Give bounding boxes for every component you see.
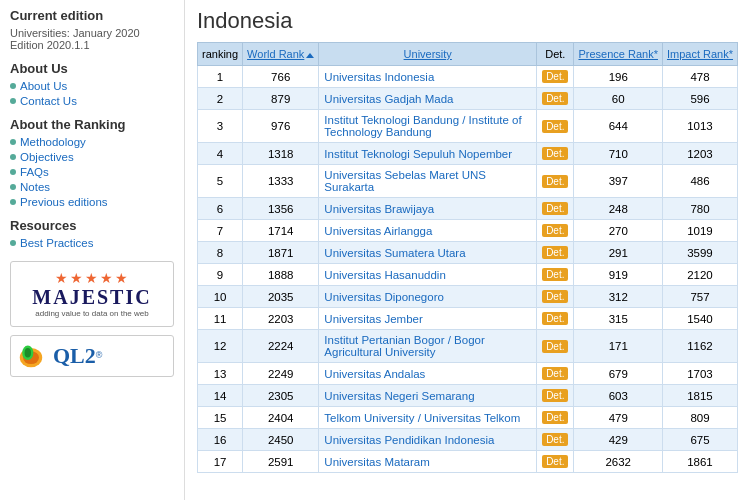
cell-rank: 4 [198, 143, 243, 165]
cell-det[interactable]: Det. [537, 242, 574, 264]
det-button[interactable]: Det. [542, 312, 568, 325]
university-link[interactable]: Universitas Diponegoro [324, 291, 444, 303]
university-link[interactable]: Universitas Hasanuddin [324, 269, 445, 281]
cell-det[interactable]: Det. [537, 143, 574, 165]
sidebar-link[interactable]: About Us [20, 80, 67, 92]
det-button[interactable]: Det. [542, 340, 568, 353]
sidebar-link[interactable]: Previous editions [20, 196, 108, 208]
col-impact[interactable]: Impact Rank* [662, 43, 737, 66]
cell-impact: 1861 [662, 451, 737, 473]
bullet-icon [10, 184, 16, 190]
sidebar-link[interactable]: Notes [20, 181, 50, 193]
resources-links: Best Practices [10, 237, 174, 249]
det-button[interactable]: Det. [542, 175, 568, 188]
university-link[interactable]: Institut Pertanian Bogor / Bogor Agricul… [324, 334, 484, 358]
cell-impact: 1203 [662, 143, 737, 165]
rankings-table: ranking World Rank University Det. Prese… [197, 42, 738, 473]
sidebar-link[interactable]: Objectives [20, 151, 74, 163]
table-row: 3 976 Institut Teknologi Bandung / Insti… [198, 110, 738, 143]
col-det: Det. [537, 43, 574, 66]
table-row: 13 2249 Universitas Andalas Det. 679 170… [198, 363, 738, 385]
table-row: 17 2591 Universitas Mataram Det. 2632 18… [198, 451, 738, 473]
det-button[interactable]: Det. [542, 411, 568, 424]
cell-det[interactable]: Det. [537, 66, 574, 88]
det-button[interactable]: Det. [542, 70, 568, 83]
university-link[interactable]: Universitas Brawijaya [324, 203, 434, 215]
det-button[interactable]: Det. [542, 147, 568, 160]
university-link[interactable]: Universitas Gadjah Mada [324, 93, 453, 105]
sidebar-link[interactable]: Best Practices [20, 237, 94, 249]
sidebar-link[interactable]: Contact Us [20, 95, 77, 107]
col-presence[interactable]: Presence Rank* [574, 43, 663, 66]
cell-det[interactable]: Det. [537, 407, 574, 429]
det-button[interactable]: Det. [542, 268, 568, 281]
cell-university-name: Universitas Mataram [319, 451, 537, 473]
sidebar-link-item: Contact Us [10, 95, 174, 107]
det-button[interactable]: Det. [542, 290, 568, 303]
cell-rank: 3 [198, 110, 243, 143]
det-button[interactable]: Det. [542, 433, 568, 446]
cell-rank: 7 [198, 220, 243, 242]
cell-det[interactable]: Det. [537, 88, 574, 110]
university-link[interactable]: Universitas Indonesia [324, 71, 434, 83]
majestic-sub: adding value to data on the web [35, 309, 148, 318]
cell-det[interactable]: Det. [537, 363, 574, 385]
university-link[interactable]: Universitas Negeri Semarang [324, 390, 474, 402]
cell-rank: 2 [198, 88, 243, 110]
cell-impact: 3599 [662, 242, 737, 264]
university-link[interactable]: Universitas Sumatera Utara [324, 247, 465, 259]
sidebar-link-item: Best Practices [10, 237, 174, 249]
university-link[interactable]: Universitas Pendidikan Indonesia [324, 434, 494, 446]
university-link[interactable]: Universitas Mataram [324, 456, 429, 468]
cell-det[interactable]: Det. [537, 308, 574, 330]
cell-det[interactable]: Det. [537, 110, 574, 143]
university-link[interactable]: Telkom University / Universitas Telkom [324, 412, 520, 424]
cell-university-name: Institut Pertanian Bogor / Bogor Agricul… [319, 330, 537, 363]
main-content: Indonesia ranking World Rank University … [185, 0, 750, 500]
cell-det[interactable]: Det. [537, 165, 574, 198]
det-button[interactable]: Det. [542, 455, 568, 468]
cell-det[interactable]: Det. [537, 286, 574, 308]
cell-university-name: Universitas Brawijaya [319, 198, 537, 220]
cell-presence: 679 [574, 363, 663, 385]
cell-det[interactable]: Det. [537, 330, 574, 363]
university-link[interactable]: Universitas Andalas [324, 368, 425, 380]
det-button[interactable]: Det. [542, 246, 568, 259]
table-body: 1 766 Universitas Indonesia Det. 196 478… [198, 66, 738, 473]
det-button[interactable]: Det. [542, 367, 568, 380]
cell-presence: 603 [574, 385, 663, 407]
cell-world-rank: 2035 [243, 286, 319, 308]
det-button[interactable]: Det. [542, 92, 568, 105]
col-world-rank[interactable]: World Rank [243, 43, 319, 66]
university-link[interactable]: Universitas Airlangga [324, 225, 432, 237]
det-button[interactable]: Det. [542, 120, 568, 133]
university-link[interactable]: Universitas Jember [324, 313, 422, 325]
cell-det[interactable]: Det. [537, 264, 574, 286]
about-us-links: About UsContact Us [10, 80, 174, 107]
cell-world-rank: 2305 [243, 385, 319, 407]
cell-det[interactable]: Det. [537, 220, 574, 242]
det-button[interactable]: Det. [542, 389, 568, 402]
bullet-icon [10, 240, 16, 246]
ql2-icon [15, 340, 47, 372]
university-link[interactable]: Institut Teknologi Bandung / Institute o… [324, 114, 521, 138]
det-button[interactable]: Det. [542, 224, 568, 237]
sidebar-link[interactable]: FAQs [20, 166, 49, 178]
edition-subtitle: Universities: January 2020 Edition 2020.… [10, 27, 174, 51]
cell-university-name: Universitas Pendidikan Indonesia [319, 429, 537, 451]
cell-presence: 2632 [574, 451, 663, 473]
bullet-icon [10, 169, 16, 175]
cell-det[interactable]: Det. [537, 429, 574, 451]
about-us-heading: About Us [10, 61, 174, 76]
cell-det[interactable]: Det. [537, 198, 574, 220]
university-link[interactable]: Universitas Sebelas Maret UNS Surakarta [324, 169, 486, 193]
cell-det[interactable]: Det. [537, 385, 574, 407]
cell-rank: 12 [198, 330, 243, 363]
sidebar-link[interactable]: Methodology [20, 136, 86, 148]
cell-rank: 17 [198, 451, 243, 473]
cell-det[interactable]: Det. [537, 451, 574, 473]
cell-impact: 809 [662, 407, 737, 429]
col-university[interactable]: University [319, 43, 537, 66]
det-button[interactable]: Det. [542, 202, 568, 215]
university-link[interactable]: Institut Teknologi Sepuluh Nopember [324, 148, 512, 160]
